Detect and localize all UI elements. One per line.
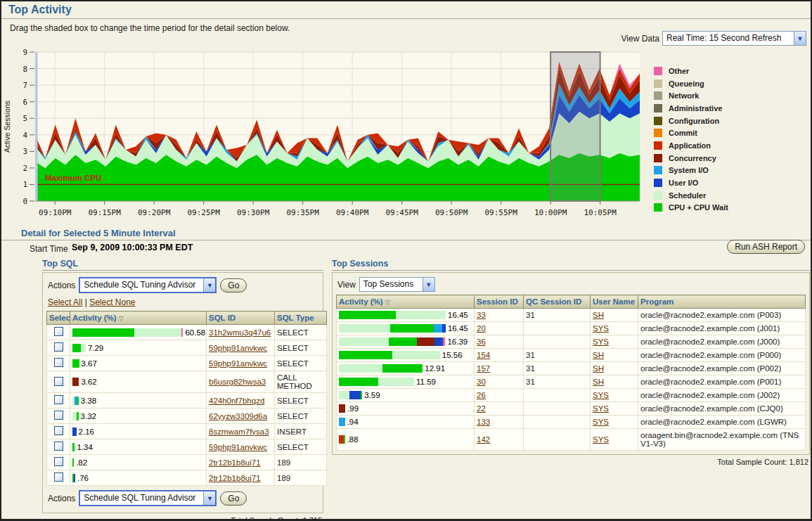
sessions-view-select[interactable]: Top Sessions ▼ — [359, 277, 435, 292]
activity-bar — [339, 337, 445, 346]
column-header[interactable]: Activity (%)▽ — [70, 311, 207, 325]
row-checkbox[interactable] — [54, 442, 63, 451]
user-name-link[interactable]: SH — [593, 378, 604, 386]
activity-value: .94 — [347, 418, 359, 426]
sql-id-link[interactable]: 2tr12b1b8uj71 — [209, 458, 261, 467]
program-name: oracle@racnode2.example.com (P001) — [638, 375, 806, 389]
chevron-down-icon: ▼ — [794, 32, 806, 45]
table-row: 60.5831h2wmu3q47u6SELECT — [47, 325, 327, 340]
session-id-link[interactable]: 157 — [477, 364, 490, 373]
row-checkbox[interactable] — [54, 342, 63, 352]
instruction-text: Drag the shaded box to change the time p… — [10, 23, 290, 33]
activity-value: .82 — [76, 458, 87, 467]
user-name-link[interactable]: SYS — [593, 418, 609, 426]
sql-id-link[interactable]: b6usrg82hwsa3 — [209, 378, 266, 386]
user-name-link[interactable]: SYS — [593, 324, 609, 333]
session-id-link[interactable]: 26 — [477, 391, 486, 399]
table-row: .94133SYSoracle@racnode2.example.com (LG… — [337, 416, 806, 429]
activity-bar — [339, 404, 345, 413]
sql-id-link[interactable]: 31h2wmu3q47u6 — [209, 328, 271, 337]
select-none-link[interactable]: Select None — [89, 297, 135, 307]
sessions-total-sample-count: Total Sample Count: 1,812 — [332, 455, 810, 466]
svg-text:9: 9 — [22, 48, 27, 57]
session-id-link[interactable]: 33 — [477, 311, 486, 319]
view-label: View — [337, 280, 356, 290]
user-name-link[interactable]: SYS — [593, 337, 609, 346]
row-checkbox[interactable] — [54, 411, 63, 420]
top-sessions-panel: Top Sessions View Top Sessions ▼ Activit… — [332, 259, 810, 466]
legend-swatch-icon — [654, 91, 662, 100]
activity-bar — [72, 474, 75, 482]
sql-type: 189 — [275, 470, 327, 486]
user-name-link[interactable]: SH — [593, 351, 604, 359]
bar-segment-other — [181, 328, 183, 337]
select-all-link[interactable]: Select All — [48, 297, 82, 307]
time-selection-box[interactable] — [550, 52, 600, 201]
qc-session-id: 31 — [524, 362, 591, 375]
user-name-link[interactable]: SYS — [593, 435, 609, 444]
sql-actions-select[interactable]: Schedule SQL Tuning Advisor ▼ — [79, 277, 217, 293]
sql-id-link[interactable]: 8szmwam7fysa3 — [209, 427, 269, 436]
column-header: Select — [47, 311, 70, 325]
table-row: 2.168szmwam7fysa3INSERT — [47, 424, 327, 439]
bar-segment-user_io — [349, 391, 361, 399]
row-checkbox[interactable] — [54, 457, 63, 466]
sql-id-link[interactable]: 59php91anvkwc — [209, 344, 267, 352]
bar-segment-scheduler — [339, 364, 382, 373]
run-ash-report-button[interactable]: Run ASH Report — [727, 240, 805, 254]
table-row: 15.5615431SHoracle@racnode2.example.com … — [337, 349, 806, 362]
session-id-link[interactable]: 30 — [477, 378, 486, 386]
legend-item: Administrative — [654, 102, 728, 115]
bar-segment-concurrency — [339, 404, 345, 413]
column-header[interactable]: Activity (%)▽ — [337, 295, 475, 309]
row-checkbox[interactable] — [54, 327, 63, 336]
session-id-link[interactable]: 36 — [477, 337, 486, 346]
x-tick-label: 09:10PM — [39, 208, 72, 217]
sql-actions-go-button[interactable]: Go — [220, 278, 247, 292]
program-name: oracle@racnode2.example.com (CJQ0) — [638, 402, 806, 416]
bar-segment-system_io — [434, 324, 442, 333]
view-data-select[interactable]: Real Time: 15 Second Refresh ▼ — [662, 31, 806, 46]
sql-actions-select-bottom[interactable]: Schedule SQL Tuning Advisor ▼ — [79, 490, 217, 506]
session-id-link[interactable]: 22 — [477, 404, 486, 413]
row-checkbox[interactable] — [54, 395, 63, 404]
table-row: 16.3936SYSoracle@racnode2.example.com (J… — [337, 335, 806, 349]
session-id-link[interactable]: 133 — [477, 418, 490, 426]
sql-actions-go-button-bottom[interactable]: Go — [220, 491, 247, 506]
row-checkbox[interactable] — [54, 377, 63, 386]
legend-item: Concurrency — [654, 152, 728, 165]
user-name-link[interactable]: SH — [593, 364, 604, 373]
activity-bar — [339, 324, 446, 333]
row-checkbox[interactable] — [54, 358, 63, 367]
row-checkbox[interactable] — [54, 472, 63, 482]
sort-descending-icon: ▽ — [119, 315, 124, 322]
user-name-link[interactable]: SH — [593, 311, 604, 319]
activity-bar — [339, 364, 423, 373]
detail-divider — [1, 240, 811, 240]
legend-swatch-icon — [654, 191, 662, 200]
sql-id-link[interactable]: 2tr12b1b8uj71 — [209, 474, 261, 482]
activity-bar — [339, 311, 446, 319]
bar-segment-cpu — [361, 391, 363, 399]
x-tick-label: 09:45PM — [385, 208, 418, 217]
legend-label: System I/O — [669, 166, 709, 174]
bar-segment-user_io — [72, 427, 77, 436]
session-id-link[interactable]: 20 — [477, 324, 486, 333]
sql-id-link[interactable]: 59php91anvkwc — [209, 359, 267, 368]
title-divider — [1, 18, 811, 19]
activity-value: 3.38 — [81, 397, 96, 405]
user-name-link[interactable]: SYS — [593, 391, 609, 399]
program-name: oracle@racnode2.example.com (P003) — [638, 309, 806, 322]
qc-session-id: 31 — [524, 309, 591, 322]
user-name-link[interactable]: SYS — [593, 404, 609, 413]
legend-swatch-icon — [654, 129, 662, 137]
sql-id-link[interactable]: 424h0nf7bhqzd — [209, 397, 264, 405]
sql-id-link[interactable]: 62yyzw3309d6a — [209, 412, 267, 420]
qc-session-id — [524, 389, 591, 402]
session-id-link[interactable]: 142 — [477, 435, 490, 444]
table-row: 12.9115731SHoracle@racnode2.example.com … — [337, 362, 806, 375]
sql-type: SELECT — [275, 409, 327, 424]
session-id-link[interactable]: 154 — [477, 351, 490, 359]
sql-id-link[interactable]: 59php91anvkwc — [209, 443, 267, 451]
row-checkbox[interactable] — [54, 426, 63, 435]
